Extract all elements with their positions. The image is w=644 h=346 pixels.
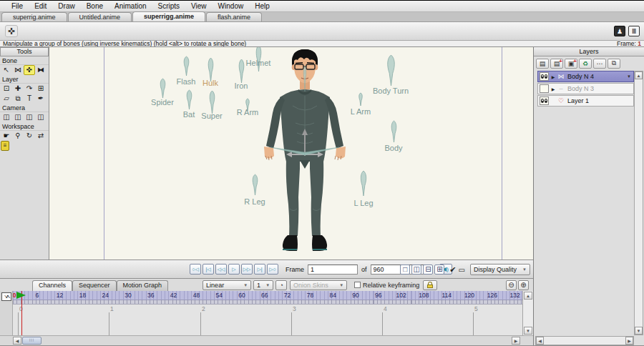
menu-item-help[interactable]: Help [249,2,275,10]
document-tab-untitled-anime[interactable]: Untitled.anime [68,12,132,21]
select-bone-tool[interactable]: ↖ [1,65,12,75]
view-split-horizontal-button[interactable]: ⊟ [423,265,433,275]
menu-item-window[interactable]: Window [213,2,250,10]
orbit-workspace-tool[interactable]: ⇄ [35,131,47,141]
document-tab-flash-anime[interactable]: flash.anime [206,12,262,21]
reparent-bone-tool[interactable]: ⋈ [12,65,24,75]
bone-handle-icon[interactable] [182,56,190,77]
frame-ruler[interactable]: 0612182430364248546066727884909610210811… [13,291,522,300]
zoom-out-icon[interactable]: ⊖ [506,280,517,290]
timeline-track[interactable]: 0612182430364248546066727884909610210811… [13,291,522,335]
stack-layer-tool[interactable]: ⧉ [12,94,24,104]
bone-handle-icon[interactable] [386,54,396,87]
loop-button[interactable]: ▷○ [267,264,278,275]
bone-l-arm[interactable]: L Arm [346,92,375,107]
bone-hulk[interactable]: Hulk [196,57,225,83]
step-forward-button[interactable]: ▷▷ [241,264,253,275]
interp-count-select[interactable]: 1 ▼ [253,280,273,290]
new-layer-button[interactable]: ▤ [536,59,549,69]
workspace-swatch[interactable]: ≡ [1,141,9,151]
layer-menu-arrow-icon[interactable]: ▼ [627,74,633,79]
scroll-right-icon[interactable]: ▶ [512,337,520,345]
reference-layer-button[interactable]: ⧉ [608,59,620,69]
lock-keyframes-button[interactable] [423,280,437,290]
manipulate-bones-tool[interactable]: ⧓ [35,65,47,75]
relative-keyframing-checkbox[interactable] [354,282,361,288]
menu-item-edit[interactable]: Edit [29,2,52,10]
bone-handle-icon[interactable] [251,174,259,197]
bone-super[interactable]: Super [197,90,226,115]
bone-r-leg[interactable]: R Leg [240,174,269,197]
eyedropper-tool[interactable]: ✒ [35,94,47,104]
scrollbar-thumb[interactable]: ⦙⦙⦙ [22,337,42,345]
bone-handle-icon[interactable] [358,92,364,107]
layers-vscrollbar[interactable]: ▲ ▼ [634,71,643,335]
menu-item-bone[interactable]: Bone [81,2,109,10]
rotate-layer-tool[interactable]: ↷ [24,84,35,94]
zoom-camera-tool[interactable]: ◫ [12,112,24,122]
step-back-button[interactable]: ◁◁ [215,264,227,275]
marquee-icon[interactable]: ▭ [459,266,465,274]
layer-row-body-n-4[interactable]: ▶⋈Body N 4▼ [537,71,634,82]
current-tool-icon[interactable]: ✜ [5,25,18,37]
layer-row-body-n-3[interactable]: ▶–Body N 3 [537,83,634,94]
bone-l-leg[interactable]: L Leg [349,170,378,197]
display-quality-select[interactable]: Display Quality ▼ [470,264,530,275]
bone-helmet[interactable]: Helmet [244,47,273,73]
track-camera-tool[interactable]: ◫ [1,112,12,122]
bone-handle-icon[interactable] [359,170,368,197]
follow-path-tool[interactable]: ⊞ [35,84,47,94]
library-icon[interactable]: Ⅲ [628,26,640,36]
interpolation-select[interactable]: Linear ▼ [203,280,251,290]
scroll-up-icon[interactable]: ▲ [635,71,643,79]
document-tab-superrigg-anime[interactable]: superrigg.anime [132,11,205,21]
go-to-end-button[interactable]: ▷| [254,264,265,275]
bone-handle-icon[interactable] [185,89,193,111]
scroll-left-icon[interactable]: ◀ [536,337,544,345]
rotate-workspace-tool[interactable]: ↻ [24,131,35,141]
enable-drawing-check-icon[interactable]: ✔ [449,265,456,275]
translate-layer-tool[interactable]: ✚ [12,84,24,94]
timeline-tab-motion-graph[interactable]: Motion Graph [117,280,169,291]
canvas[interactable]: SpiderFlashHulkIronHelmetBatSuperR ArmBo… [49,47,533,260]
expand-timeline-icon[interactable]: ↘↖ [1,292,11,301]
layer-row-layer-1[interactable]: ♡Layer 1 [537,95,634,107]
timeline-hscrollbar[interactable]: ◀ ⦙⦙⦙ ▶ [0,335,533,345]
scroll-left-icon[interactable]: ◀ [13,337,21,345]
menu-item-scripts[interactable]: Scripts [152,2,186,10]
view-split-quad-button[interactable]: ⊞ [434,265,444,275]
pan-tilt-camera-tool[interactable]: ◫ [35,112,47,122]
layer-visibility-toggle[interactable] [540,72,549,81]
bone-body-turn[interactable]: Body Turn [376,54,405,87]
play-from-start-button[interactable]: ○◁ [190,264,201,275]
layer-options-button[interactable]: ⋯ [593,59,606,69]
timeline-body[interactable]: 012345 [13,305,522,335]
duplicate-layer-button[interactable]: ▣+ [565,59,577,69]
view-split-vertical-button[interactable]: ◫ [411,265,421,275]
roll-camera-tool[interactable]: ◫ [24,112,35,122]
shear-layer-tool[interactable]: ▱ [1,94,12,104]
bone-spider[interactable]: Spider [148,78,177,99]
pan-workspace-tool[interactable]: ☛ [1,131,12,141]
onion-skins-select[interactable]: Onion Skins ▼ [290,280,347,290]
scroll-right-icon[interactable]: ▶ [625,337,633,345]
menu-item-draw[interactable]: Draw [52,2,80,10]
bone-handle-icon[interactable] [159,78,167,99]
timeline-tab-sequencer[interactable]: Sequencer [72,280,117,291]
layers-hscrollbar[interactable]: ◀ ▶ [535,336,634,345]
scroll-down-icon[interactable]: ▼ [524,327,532,335]
scroll-up-icon[interactable]: ▲ [524,292,532,300]
onion-skin-button[interactable]: ◔ [275,280,287,290]
menu-item-file[interactable]: File [6,2,29,10]
go-to-start-button[interactable]: |◁ [203,264,214,275]
view-single-button[interactable]: □ [400,265,410,275]
timeline-tab-channels[interactable]: Channels [32,280,72,291]
zoom-workspace-tool[interactable]: ⚲ [12,131,24,141]
scroll-down-icon[interactable]: ▼ [635,327,643,335]
menu-item-view[interactable]: View [185,2,213,10]
layer-visibility-toggle[interactable] [540,97,549,105]
new-group-layer-button[interactable]: ▤+ [550,59,563,69]
menu-item-animation[interactable]: Animation [109,2,152,10]
document-tab-superrig-anime[interactable]: superrig.anime [1,12,67,21]
bone-handle-icon[interactable] [390,120,398,144]
